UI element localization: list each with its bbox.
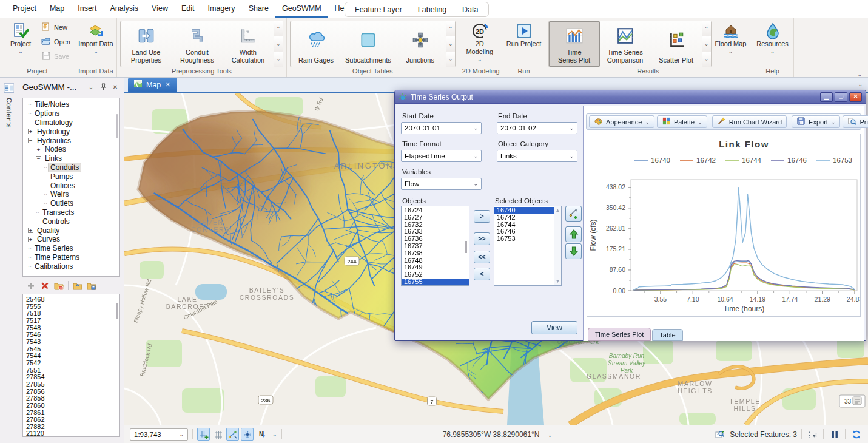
list-item[interactable]: 27860 (26, 402, 119, 410)
chart-tab-time-series-plot[interactable]: Time Series Plot (588, 328, 651, 341)
delete-all-folder-icon[interactable] (54, 281, 64, 291)
tab-strip-chevron-icon[interactable]: ⌄ (858, 81, 863, 87)
resources-dropdown-icon[interactable]: ⌄ (770, 48, 775, 56)
menu-share[interactable]: Share (242, 0, 275, 18)
move-down-button[interactable] (565, 243, 582, 259)
map-scale-combo[interactable]: 1:93,743⌄ (130, 428, 188, 441)
save-folder-small-icon[interactable] (87, 281, 96, 291)
snap-points-button[interactable] (226, 428, 239, 441)
tab-data[interactable]: Data (454, 5, 486, 14)
tree-item-conduits[interactable]: Conduits (49, 163, 81, 172)
menu-imagery[interactable]: Imagery (201, 0, 241, 18)
panel-pin-icon[interactable] (99, 83, 107, 92)
refresh-button[interactable] (850, 428, 863, 441)
collapse-minus-icon[interactable]: − (28, 138, 33, 143)
menu-geoswmm[interactable]: GeoSWMM (275, 0, 328, 18)
project-button[interactable]: Project⌄ (3, 19, 38, 56)
list-item[interactable]: 16738 (402, 250, 469, 257)
2d-modeling-button[interactable]: 2D2D Modeling⌄ (462, 19, 497, 64)
tree-item-nodes[interactable]: Nodes (43, 145, 68, 154)
list-item[interactable]: 16742 (494, 214, 561, 222)
list-scrollbar[interactable]: ▲▼ (554, 206, 561, 285)
gallery-expand-icon[interactable]: ⌵ (274, 52, 283, 67)
palette-button[interactable]: Palette⌄ (657, 115, 707, 128)
run-chart-wizard-button[interactable]: Run Chart Wizard (712, 115, 787, 128)
view-button[interactable]: View (531, 321, 577, 334)
scroll-down-icon[interactable]: ▼ (556, 279, 560, 284)
menu-project[interactable]: Project (6, 0, 43, 18)
list-item[interactable]: 16755 (402, 279, 469, 286)
tree-item-orifices[interactable]: Orifices (49, 181, 77, 190)
legend-entry[interactable]: 16746 (787, 157, 807, 164)
expand-plus-icon[interactable]: + (36, 147, 41, 152)
selected-features-count[interactable]: Selected Features: 3 (730, 430, 797, 439)
panel-chevron-down-icon[interactable]: ⌄ (87, 84, 95, 90)
gallery-down-icon[interactable]: ⌄ (702, 36, 711, 52)
legend-entry[interactable]: 16740 (651, 157, 670, 164)
spatial-select-button[interactable] (806, 428, 819, 441)
dialog-title-bar[interactable]: Time Series Output ▁ ▢ ✕ (395, 90, 866, 104)
tree-item-transects[interactable]: Transects (41, 208, 76, 217)
delete-x-icon[interactable] (40, 281, 50, 291)
open-button[interactable]: Open (41, 36, 70, 47)
variables-combo[interactable]: Flow⌄ (401, 178, 482, 190)
grid-button[interactable] (212, 428, 224, 441)
gallery-up-icon[interactable]: ⌃ (274, 21, 283, 36)
width-calculation-button[interactable]: WidthCalculation (223, 21, 274, 67)
objects-listbox[interactable]: 1672416727167321673316736167371673816748… (401, 206, 469, 286)
menu-map[interactable]: Map (43, 0, 71, 18)
tree-item-hydrology[interactable]: Hydrology (35, 127, 72, 136)
north-arrow-button[interactable]: N (255, 428, 268, 441)
legend-entry[interactable]: 16744 (742, 157, 762, 164)
object-category-combo[interactable]: Links⌄ (497, 150, 577, 162)
rain-gages-button[interactable]: Rain Gages (291, 21, 341, 67)
move-all-right-button[interactable]: >> (474, 232, 490, 245)
add-plus-icon[interactable] (26, 281, 36, 291)
select-from-map-button[interactable] (565, 206, 582, 222)
list-scroll-thumb[interactable] (465, 241, 467, 253)
time-format-combo[interactable]: ElapsedTime⌄ (401, 150, 482, 162)
ribbon-collapse-icon[interactable]: ⌄ (857, 72, 862, 78)
menu-view[interactable]: View (145, 0, 175, 18)
chart-tab-table[interactable]: Table (652, 329, 682, 341)
dialog-maximize-button[interactable]: ▢ (835, 92, 847, 102)
snap-center-button[interactable] (241, 428, 254, 441)
subcatchments-button[interactable]: Subcatchments (341, 21, 395, 67)
menu-analysis[interactable]: Analysis (104, 0, 146, 18)
menu-insert[interactable]: Insert (71, 0, 103, 18)
open-folder-small-icon[interactable] (73, 281, 82, 291)
tree-item-time-series[interactable]: Time Series (33, 244, 75, 252)
tree-item-weirs[interactable]: Weirs (49, 190, 70, 198)
flood-map-button[interactable]: Flood Map⌄ (713, 19, 749, 56)
scatter-plot-button[interactable]: Scatter Plot (651, 21, 702, 67)
map-tab-close-icon[interactable]: ✕ (165, 81, 170, 89)
north-arrow-chevron-icon[interactable]: ⌄ (272, 431, 277, 438)
tree-item-time-patterns[interactable]: Time Patterns (33, 253, 81, 262)
move-all-left-button[interactable]: << (474, 251, 490, 263)
legend-entry[interactable]: 16753 (833, 157, 852, 164)
land-use-properties-button[interactable]: Land UseProperties (121, 21, 172, 67)
tab-feature-layer[interactable]: Feature Layer (347, 5, 410, 14)
tree-item-calibrations[interactable]: Calibrations (33, 262, 75, 271)
conduit-id-list[interactable]: 2546875557518751775487546754375457544754… (22, 294, 120, 437)
time-series-comparison-button[interactable]: Time SeriesComparison (600, 21, 651, 67)
list-item[interactable]: 25468 (26, 296, 119, 303)
gallery-down-icon[interactable]: ⌄ (274, 36, 283, 52)
tree-item-links[interactable]: Links (43, 154, 64, 163)
resources-button[interactable]: Resources⌄ (755, 19, 790, 56)
tab-labeling[interactable]: Labeling (410, 5, 454, 14)
gallery-up-icon[interactable]: ⌃ (702, 21, 711, 36)
move-left-button[interactable]: < (474, 268, 490, 280)
print-options-button[interactable]: Print Options (843, 115, 868, 128)
run-project-button[interactable]: Run Project (506, 19, 542, 48)
import-data-button[interactable]: Import Data⌄ (78, 19, 113, 56)
panel-close-icon[interactable]: ✕ (111, 84, 119, 90)
tree-item-climatology[interactable]: Climatology (33, 118, 75, 127)
gallery-up-icon[interactable]: ⌃ (446, 21, 455, 36)
list-item[interactable]: 16737 (402, 243, 469, 250)
time-series-plot-button[interactable]: TimeSeries Plot (549, 21, 600, 67)
pause-button[interactable] (828, 428, 841, 441)
tree-scrollbar[interactable] (116, 114, 118, 138)
tree-item-pumps[interactable]: Pumps (49, 172, 75, 181)
list-item[interactable]: 7543 (26, 339, 119, 346)
